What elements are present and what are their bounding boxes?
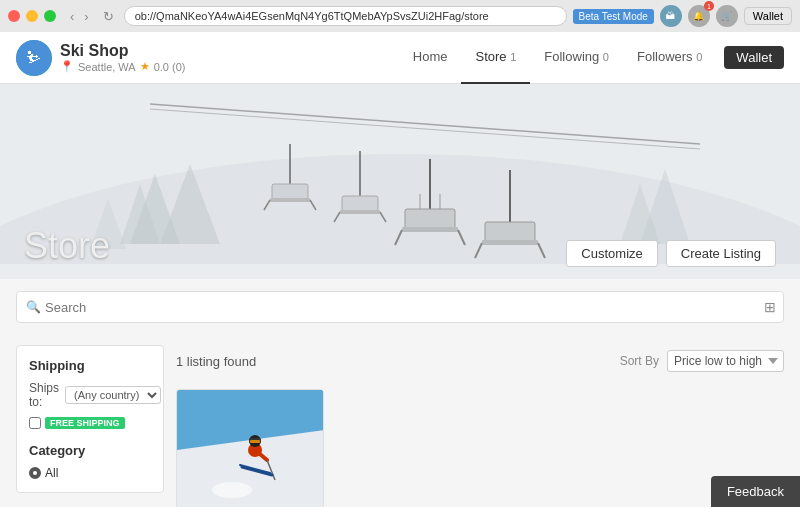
minimize-button[interactable] (26, 10, 38, 22)
nav-home[interactable]: Home (399, 32, 462, 84)
svg-text:⛷: ⛷ (26, 49, 42, 66)
shop-location-text: Seattle, WA (78, 61, 136, 73)
product-image (177, 390, 324, 507)
main-content: ⛷ Ski Shop 📍 Seattle, WA ★ 0.0 (0) Home … (0, 32, 800, 507)
search-icon: 🔍 (26, 300, 41, 314)
refresh-button[interactable]: ↻ (99, 7, 118, 26)
free-shipping-label: FREE SHIPPING (45, 417, 125, 429)
shipping-title: Shipping (29, 358, 151, 373)
svg-rect-40 (250, 440, 260, 443)
nav-followers[interactable]: Followers 0 (623, 32, 716, 84)
hero-overlay: Store Customize Create Listing (0, 213, 800, 279)
store-title: Store (24, 225, 110, 267)
create-listing-button[interactable]: Create Listing (666, 240, 776, 267)
svg-rect-14 (270, 198, 310, 202)
beta-badge: Beta Test Mode (573, 9, 654, 24)
traffic-lights (8, 10, 56, 22)
listing-header: 1 listing found Sort By Price low to hig… (176, 345, 784, 377)
svg-rect-13 (272, 184, 308, 200)
notification-badge: 1 (704, 1, 714, 11)
user-icon[interactable]: 🏔 (660, 5, 682, 27)
svg-point-45 (212, 482, 252, 498)
free-shipping-filter: FREE SHIPPING (29, 417, 151, 429)
search-input[interactable] (16, 291, 784, 323)
category-title: Category (29, 443, 151, 458)
sort-row: Sort By Price low to high (620, 350, 784, 372)
radio-all (29, 467, 41, 479)
nav-followers-count: 0 (696, 51, 702, 63)
shop-meta: 📍 Seattle, WA ★ 0.0 (0) (60, 60, 185, 73)
cart-icon[interactable]: 🛒 (716, 5, 738, 27)
shop-logo: ⛷ (16, 40, 52, 76)
shop-name: Ski Shop (60, 42, 185, 60)
customize-button[interactable]: Customize (566, 240, 657, 267)
hero-actions: Customize Create Listing (566, 240, 776, 267)
hero-banner: Store Customize Create Listing (0, 84, 800, 279)
navbar: ⛷ Ski Shop 📍 Seattle, WA ★ 0.0 (0) Home … (0, 32, 800, 84)
nav-arrows: ‹ › (66, 7, 93, 26)
nav-following-count: 0 (603, 51, 609, 63)
sidebar: Shipping Ships to: (Any country) FREE SH… (16, 345, 164, 507)
wallet-button[interactable]: Wallet (744, 7, 792, 25)
listing-count: 1 listing found (176, 354, 256, 369)
category-all-label: All (45, 466, 58, 480)
ships-to-label: Ships to: (29, 381, 59, 409)
free-shipping-checkbox[interactable] (29, 417, 41, 429)
forward-button[interactable]: › (80, 7, 92, 26)
shop-rating: 0.0 (0) (154, 61, 186, 73)
back-button[interactable]: ‹ (66, 7, 78, 26)
nav-store-count: 1 (510, 51, 516, 63)
star-icon: ★ (140, 60, 150, 73)
svg-rect-18 (342, 196, 378, 212)
ships-to-select[interactable]: (Any country) (65, 386, 161, 404)
nav-following[interactable]: Following 0 (530, 32, 623, 84)
nav-store[interactable]: Store 1 (461, 32, 530, 84)
feedback-button[interactable]: Feedback (711, 476, 800, 507)
product-card[interactable] (176, 389, 324, 507)
maximize-button[interactable] (44, 10, 56, 22)
url-bar[interactable] (124, 6, 567, 26)
title-bar: ‹ › ↻ Beta Test Mode 🏔 🔔 1 🛒 Wallet (0, 0, 800, 32)
shop-location: 📍 (60, 60, 74, 73)
wallet-nav-button[interactable]: Wallet (724, 46, 784, 69)
ships-to-row: Ships to: (Any country) (29, 381, 151, 409)
close-button[interactable] (8, 10, 20, 22)
sort-label: Sort By (620, 354, 659, 368)
category-all-option[interactable]: All (29, 466, 151, 480)
category-section: Category All (29, 443, 151, 480)
grid-view-button[interactable]: ⊞ (764, 299, 776, 315)
nav-links: Home Store 1 Following 0 Followers 0 Wal… (399, 32, 784, 83)
notification-icon[interactable]: 🔔 1 (688, 5, 710, 27)
shop-info: Ski Shop 📍 Seattle, WA ★ 0.0 (0) (60, 42, 185, 73)
sort-select[interactable]: Price low to high (667, 350, 784, 372)
sidebar-box: Shipping Ships to: (Any country) FREE SH… (16, 345, 164, 493)
listing-area: 1 listing found Sort By Price low to hig… (176, 345, 784, 507)
